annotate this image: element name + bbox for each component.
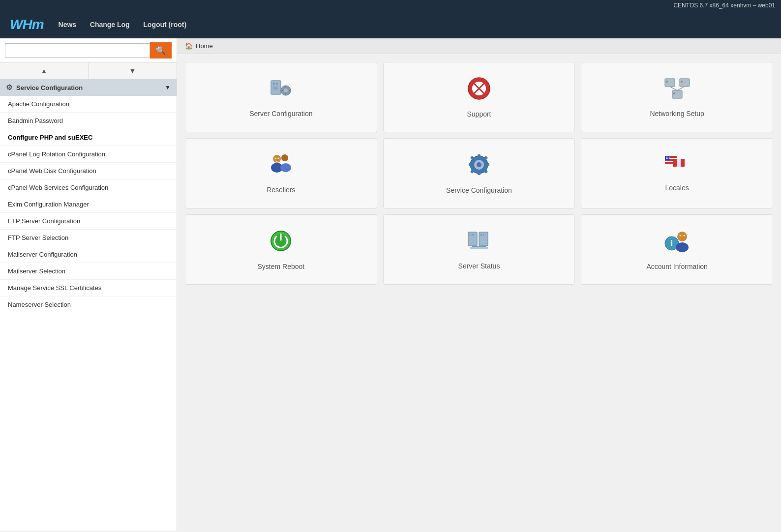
resellers-label: Resellers: [267, 186, 295, 194]
svg-rect-33: [485, 163, 489, 166]
svg-rect-57: [472, 234, 474, 236]
nav-changelog[interactable]: Change Log: [90, 21, 130, 29]
svg-point-47: [669, 158, 670, 159]
svg-rect-30: [478, 154, 481, 158]
svg-rect-2: [276, 83, 278, 85]
nav-down-button[interactable]: ▼: [89, 63, 177, 79]
svg-point-66: [679, 235, 681, 236]
svg-rect-4: [273, 89, 278, 89]
svg-point-26: [278, 158, 279, 159]
nav-news[interactable]: News: [59, 21, 77, 29]
header: WHm News Change Log Logout (root): [0, 11, 781, 38]
sidebar-item-ftp-config[interactable]: FTP Server Configuration: [0, 213, 177, 230]
card-account-information[interactable]: i Account Information: [581, 214, 773, 285]
svg-rect-61: [470, 247, 488, 249]
svg-point-65: [676, 242, 689, 252]
svg-point-42: [666, 157, 667, 158]
system-reboot-icon: [269, 229, 293, 257]
card-resellers[interactable]: Resellers: [185, 138, 377, 208]
svg-point-24: [280, 163, 291, 172]
svg-rect-58: [481, 234, 482, 236]
search-button[interactable]: 🔍: [150, 42, 172, 59]
nav-logout[interactable]: Logout (root): [143, 21, 186, 29]
header-nav: News Change Log Logout (root): [59, 21, 199, 29]
home-icon: 🏠: [185, 42, 193, 50]
sidebar-item-nameserver-selection[interactable]: Nameserver Selection: [0, 296, 177, 313]
svg-rect-32: [469, 163, 473, 166]
grid-container: Server Configuration Support: [177, 54, 781, 293]
svg-point-18: [666, 81, 668, 83]
svg-rect-59: [483, 234, 484, 236]
svg-rect-13: [665, 79, 675, 87]
sidebar-item-mailserver-config[interactable]: Mailserver Configuration: [0, 246, 177, 263]
svg-point-19: [681, 81, 683, 83]
main-content: 🏠 Home: [177, 38, 781, 531]
gear-icon: ⚙: [6, 83, 12, 92]
svg-point-46: [667, 158, 668, 159]
card-service-configuration[interactable]: Service Configuration: [383, 138, 575, 208]
nav-arrows: ▲ ▼: [0, 63, 177, 79]
svg-rect-15: [672, 90, 682, 98]
svg-rect-1: [273, 83, 275, 85]
support-icon: [467, 76, 491, 104]
support-label: Support: [467, 110, 491, 118]
card-system-reboot[interactable]: System Reboot: [185, 214, 377, 285]
sidebar-section-label: Service Configuration: [16, 84, 83, 91]
sidebar-item-ssl-certs[interactable]: Manage Service SSL Certificates: [0, 280, 177, 296]
chevron-down-icon: ▼: [165, 84, 171, 91]
networking-icon: [664, 77, 691, 104]
service-configuration-icon: [467, 152, 491, 180]
card-networking-setup[interactable]: Networking Setup: [581, 62, 773, 132]
svg-rect-3: [273, 87, 278, 88]
locales-icon: [664, 155, 691, 178]
card-support[interactable]: Support: [383, 62, 575, 132]
svg-line-16: [670, 87, 677, 90]
sidebar: 🔍 ▲ ▼ ⚙ Service Configuration ▼ Apache C…: [0, 38, 177, 531]
breadcrumb-home[interactable]: Home: [196, 42, 213, 50]
layout: 🔍 ▲ ▼ ⚙ Service Configuration ▼ Apache C…: [0, 38, 781, 531]
search-input[interactable]: [5, 43, 150, 58]
card-server-status[interactable]: Server Status: [383, 214, 575, 285]
svg-rect-50: [681, 159, 685, 167]
svg-point-23: [281, 154, 288, 161]
svg-text:i: i: [670, 239, 672, 247]
server-configuration-label: Server Configuration: [249, 110, 312, 118]
svg-rect-31: [478, 171, 481, 175]
sidebar-item-mailserver-selection[interactable]: Mailserver Selection: [0, 263, 177, 280]
server-status-icon: [466, 229, 492, 256]
sidebar-items: Apache Configuration Bandmin Password Co…: [0, 96, 177, 531]
svg-point-44: [669, 157, 670, 158]
sidebar-item-cpanel-webdisk[interactable]: cPanel Web Disk Configuration: [0, 163, 177, 179]
svg-point-45: [666, 158, 667, 159]
svg-rect-49: [673, 159, 677, 167]
sidebar-item-php-suexec[interactable]: Configure PHP and suEXEC: [0, 129, 177, 146]
breadcrumb: 🏠 Home: [177, 38, 781, 54]
svg-rect-56: [470, 234, 471, 236]
system-info: CENTOS 6.7 x86_64 xenhvm – web01: [673, 2, 775, 9]
svg-point-29: [477, 162, 481, 167]
account-information-icon: i: [664, 229, 690, 257]
svg-point-6: [284, 89, 288, 92]
service-configuration-label: Service Configuration: [446, 186, 512, 194]
sidebar-item-exim-config[interactable]: Exim Configuration Manager: [0, 196, 177, 213]
sidebar-item-apache-config[interactable]: Apache Configuration: [0, 96, 177, 113]
svg-line-17: [677, 87, 685, 90]
logo: WHm: [10, 17, 44, 32]
svg-point-67: [683, 235, 685, 236]
sidebar-item-cpanel-log[interactable]: cPanel Log Rotation Configuration: [0, 146, 177, 163]
svg-point-25: [275, 158, 276, 159]
svg-rect-14: [680, 79, 690, 87]
sidebar-section-header[interactable]: ⚙ Service Configuration ▼: [0, 79, 177, 96]
nav-up-button[interactable]: ▲: [0, 63, 89, 79]
sidebar-item-bandmin-password[interactable]: Bandmin Password: [0, 113, 177, 129]
svg-point-20: [673, 92, 675, 94]
card-server-configuration[interactable]: Server Configuration: [185, 62, 377, 132]
sidebar-item-cpanel-webservices[interactable]: cPanel Web Services Configuration: [0, 179, 177, 196]
card-locales[interactable]: Locales: [581, 138, 773, 208]
sidebar-item-ftp-selection[interactable]: FTP Server Selection: [0, 230, 177, 246]
top-bar: CENTOS 6.7 x86_64 xenhvm – web01: [0, 0, 781, 11]
resellers-icon: [268, 153, 294, 180]
search-bar: 🔍: [0, 38, 177, 63]
account-information-label: Account Information: [646, 263, 708, 270]
locales-label: Locales: [665, 184, 689, 192]
